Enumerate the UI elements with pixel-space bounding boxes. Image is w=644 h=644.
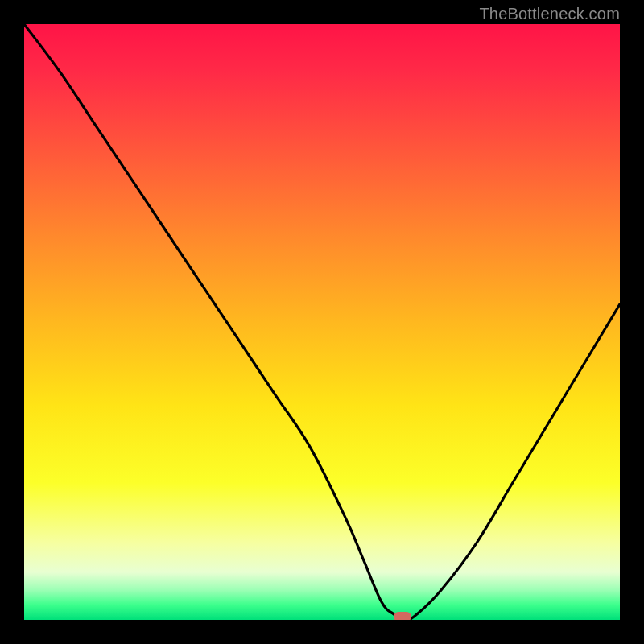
watermark-text: TheBottleneck.com (479, 5, 620, 23)
bottleneck-curve-path (24, 24, 620, 620)
chart-plot-area (24, 24, 620, 620)
chart-minimum-marker (394, 612, 411, 620)
chart-curve-svg (24, 24, 620, 620)
